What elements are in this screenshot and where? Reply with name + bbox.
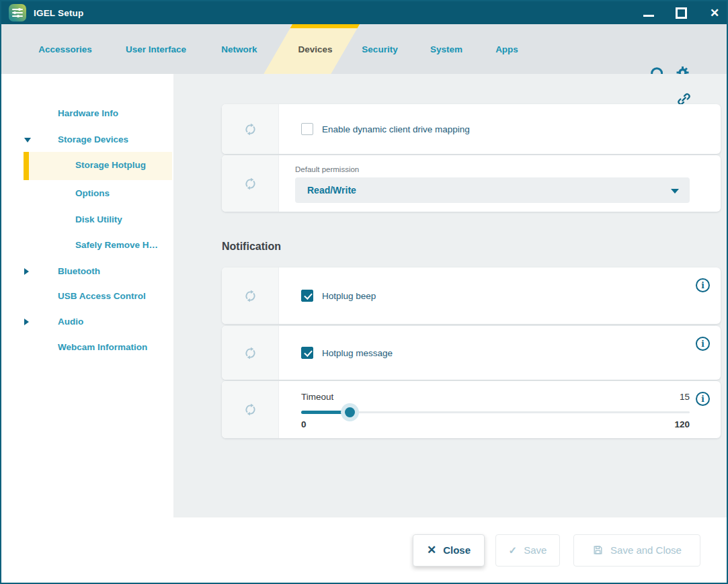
tab-system[interactable]: System xyxy=(430,24,462,74)
info-icon[interactable]: i xyxy=(696,278,710,292)
timeout-max: 120 xyxy=(674,419,690,429)
setting-row-timeout: Timeout 15 0 120 i xyxy=(222,381,721,438)
tab-network[interactable]: Network xyxy=(221,24,257,74)
sidebar-item-label: Options xyxy=(75,181,110,206)
igel-logo-icon xyxy=(9,4,26,22)
close-window-button[interactable]: ✕ xyxy=(704,1,725,24)
default-permission-label: Default permission xyxy=(295,165,690,173)
title-bar: IGEL Setup ✕ xyxy=(1,1,727,24)
sidebar-item-label: Storage Devices xyxy=(58,127,128,153)
sidebar-item-disk-utility[interactable]: Disk Utility xyxy=(1,207,173,233)
sidebar-item-options[interactable]: Options xyxy=(1,181,173,206)
hotplug-beep-label: Hotplug beep xyxy=(322,291,376,301)
sidebar-item-label: Disk Utility xyxy=(75,207,122,233)
chevron-collapsed-icon[interactable] xyxy=(24,268,29,275)
close-window-icon: ✕ xyxy=(710,7,719,19)
hotplug-message-checkbox[interactable] xyxy=(301,347,313,359)
chevron-expanded-icon[interactable] xyxy=(24,138,31,142)
sidebar-item-audio[interactable]: Audio xyxy=(1,309,173,335)
save-and-close-button-label: Save and Close xyxy=(610,544,682,556)
minimize-icon xyxy=(643,15,654,17)
info-icon[interactable]: i xyxy=(696,392,710,406)
drive-mapping-checkbox[interactable] xyxy=(301,123,313,135)
reset-column[interactable] xyxy=(222,155,279,212)
save-disk-icon xyxy=(592,544,604,556)
sidebar-item-hardware-info[interactable]: Hardware Info xyxy=(1,101,173,126)
settings-panel: Enable dynamic client drive mapping Defa… xyxy=(173,74,727,517)
section-title-notification: Notification xyxy=(222,241,281,253)
sidebar-item-label: Audio xyxy=(58,309,83,335)
sidebar-item-bluetooth[interactable]: Bluetooth xyxy=(1,259,173,284)
sidebar-item-label: Hardware Info xyxy=(58,101,118,126)
tab-user-interface[interactable]: User Interface xyxy=(126,24,186,74)
slider-fill xyxy=(301,411,350,414)
minimize-button[interactable] xyxy=(639,1,659,24)
sidebar-item-storage-hotplug[interactable]: Storage Hotplug xyxy=(1,153,173,178)
sidebar-item-label: USB Access Control xyxy=(58,284,146,309)
close-x-icon: ✕ xyxy=(427,544,436,556)
reset-column[interactable] xyxy=(222,267,279,324)
close-button-label: Close xyxy=(443,544,471,556)
default-permission-select[interactable]: Read/Write xyxy=(295,177,690,203)
timeout-slider[interactable] xyxy=(301,411,690,413)
sidebar-item-label: Safely Remove H… xyxy=(75,233,158,258)
body: Hardware Info Storage Devices Storage Ho… xyxy=(1,74,727,517)
save-button-label: Save xyxy=(524,544,547,556)
slider-thumb[interactable] xyxy=(345,407,355,417)
hotplug-message-label: Hotplug message xyxy=(322,348,393,358)
timeout-value: 15 xyxy=(680,392,690,402)
check-icon: ✓ xyxy=(509,545,518,555)
footer-bar: ✕ Close ✓ Save Save and Close xyxy=(1,517,727,583)
tab-bar: Accessories User Interface Network Devic… xyxy=(1,24,727,74)
sidebar-item-label: Storage Hotplug xyxy=(75,153,146,178)
window-title: IGEL Setup xyxy=(34,8,84,18)
reset-column[interactable] xyxy=(222,104,279,154)
sidebar-item-storage-devices[interactable]: Storage Devices xyxy=(1,127,173,153)
select-value: Read/Write xyxy=(307,185,356,196)
info-icon[interactable]: i xyxy=(696,337,710,351)
timeout-min: 0 xyxy=(301,419,307,429)
reset-icon xyxy=(243,176,258,192)
save-and-close-button[interactable]: Save and Close xyxy=(573,534,700,567)
sidebar-item-label: Webcam Information xyxy=(58,335,147,360)
drive-mapping-label: Enable dynamic client drive mapping xyxy=(322,124,470,134)
tab-accessories[interactable]: Accessories xyxy=(38,24,92,74)
setting-row-hotplug-beep: Hotplug beep i xyxy=(222,267,721,324)
sidebar-item-label: Bluetooth xyxy=(58,259,100,284)
reset-icon xyxy=(243,402,258,417)
setting-row-hotplug-message: Hotplug message i xyxy=(222,326,721,380)
setting-row-drive-mapping: Enable dynamic client drive mapping xyxy=(222,104,721,154)
timeout-label: Timeout xyxy=(301,392,333,402)
tab-apps[interactable]: Apps xyxy=(495,24,518,74)
chevron-collapsed-icon[interactable] xyxy=(24,319,29,325)
chevron-down-icon xyxy=(671,189,679,194)
maximize-button[interactable] xyxy=(671,1,691,24)
setting-row-default-permission: Default permission Read/Write xyxy=(222,155,721,212)
maximize-icon xyxy=(676,7,687,19)
reset-icon xyxy=(243,122,258,137)
sidebar-navigation: Hardware Info Storage Devices Storage Ho… xyxy=(1,74,173,517)
tab-security[interactable]: Security xyxy=(362,24,397,74)
sidebar-item-safely-remove[interactable]: Safely Remove H… xyxy=(1,233,173,258)
reset-icon xyxy=(243,288,258,304)
close-button[interactable]: ✕ Close xyxy=(413,534,485,567)
reset-column[interactable] xyxy=(222,326,279,380)
hotplug-beep-checkbox[interactable] xyxy=(301,290,313,302)
reset-icon xyxy=(243,345,258,361)
sidebar-item-usb-access-control[interactable]: USB Access Control xyxy=(1,284,173,309)
tab-devices[interactable]: Devices xyxy=(298,24,332,74)
reset-column[interactable] xyxy=(222,381,279,438)
igel-setup-window: IGEL Setup ✕ Accessories User Interface … xyxy=(0,0,728,584)
sidebar-item-webcam-information[interactable]: Webcam Information xyxy=(1,335,173,360)
save-button[interactable]: ✓ Save xyxy=(495,534,560,567)
